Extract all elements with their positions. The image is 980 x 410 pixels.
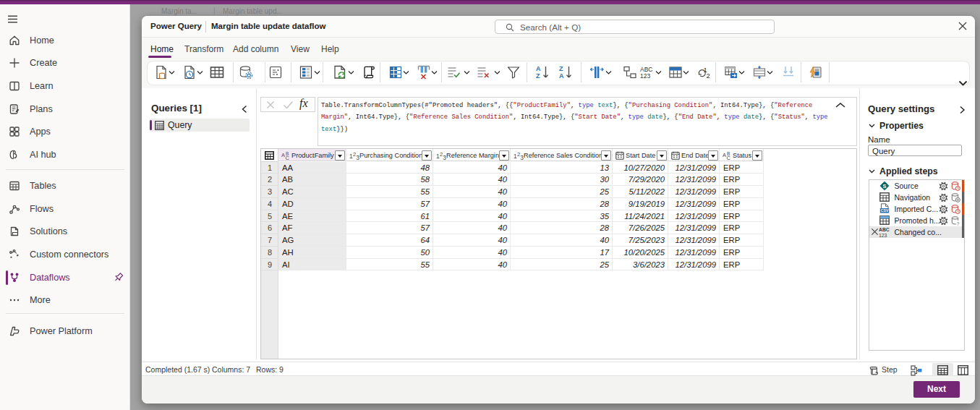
- svg-text:Z: Z: [536, 72, 540, 80]
- svg-text:C: C: [286, 155, 290, 160]
- svg-text:123: 123: [879, 233, 887, 238]
- svg-text:A: A: [536, 65, 541, 72]
- svg-text:A: A: [723, 152, 726, 158]
- svg-text:2: 2: [707, 72, 710, 80]
- svg-text:A: A: [281, 152, 285, 158]
- svg-text:C: C: [727, 155, 731, 160]
- svg-text:S: S: [882, 183, 886, 189]
- svg-text:Z: Z: [559, 65, 563, 72]
- svg-text:ABC: ABC: [640, 66, 652, 73]
- svg-text:CSV: CSV: [880, 208, 888, 213]
- svg-text:ABC: ABC: [879, 227, 890, 232]
- svg-text:?: ?: [956, 221, 959, 226]
- svg-text:A: A: [559, 72, 564, 80]
- svg-text:123: 123: [640, 72, 650, 80]
